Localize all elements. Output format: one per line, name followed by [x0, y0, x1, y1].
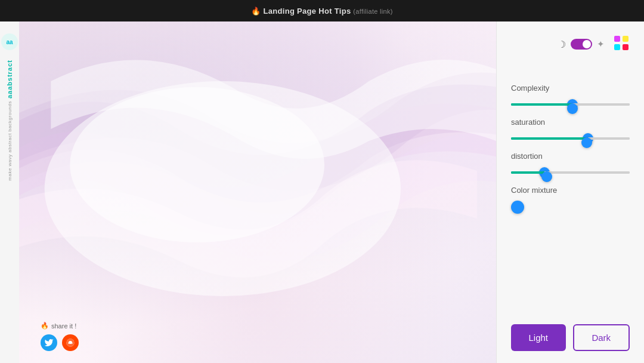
reddit-share-button[interactable] — [62, 334, 79, 351]
topbar: 🔥 Landing Page Hot Tips (affiliate link) — [0, 0, 644, 21]
svg-rect-3 — [614, 36, 620, 42]
twitter-share-button[interactable] — [41, 334, 57, 351]
saturation-slider-input[interactable] — [511, 137, 630, 140]
toggle-thumb — [583, 40, 591, 48]
extension-icon[interactable] — [613, 35, 630, 54]
share-text: share it ! — [51, 322, 76, 330]
dark-button[interactable]: Dark — [573, 324, 630, 351]
header-icons: ☽ ✦ — [511, 33, 630, 55]
canvas-area: 🔥 share it ! — [19, 21, 496, 363]
topbar-title: 🔥 Landing Page Hot Tips (affiliate link) — [251, 7, 392, 16]
distortion-control: distortion — [511, 152, 630, 179]
share-section: 🔥 share it ! — [41, 322, 79, 351]
light-button[interactable]: Light — [511, 324, 566, 351]
share-label: 🔥 share it ! — [41, 322, 79, 330]
complexity-label: Complexity — [511, 84, 630, 93]
canvas-preview — [19, 21, 496, 363]
sun-icon: ✦ — [597, 39, 605, 50]
saturation-slider-track — [511, 137, 630, 140]
toggle-track[interactable] — [571, 39, 592, 50]
distortion-slider-input[interactable] — [511, 171, 630, 174]
sidebar-logo: aa — [1, 33, 18, 50]
saturation-control: saturation — [511, 118, 630, 144]
topbar-main-title: Landing Page Hot Tips — [264, 7, 351, 16]
color-mixture-dot[interactable] — [511, 201, 524, 214]
sidebar-subtitle: make wavy abstract backgrounds — [7, 101, 13, 181]
bottom-buttons: Light Dark — [511, 315, 630, 351]
share-icons — [41, 334, 79, 351]
complexity-slider-track — [511, 103, 630, 106]
main-layout: aa aaabstract make wavy abstract backgro… — [0, 21, 644, 363]
saturation-slider-container — [511, 133, 630, 144]
controls-area: Complexity saturation — [511, 84, 630, 315]
share-fire-icon: 🔥 — [41, 322, 49, 330]
svg-point-1 — [70, 87, 324, 242]
complexity-control: Complexity — [511, 84, 630, 110]
saturation-label: saturation — [511, 118, 630, 127]
sidebar-brand-text: aaabstract — [7, 60, 13, 99]
color-mixture-control: Color mixture — [511, 186, 630, 214]
distortion-slider-track — [511, 171, 630, 174]
topbar-affiliate: (affiliate link) — [353, 8, 392, 15]
distortion-slider-container — [511, 167, 630, 179]
svg-rect-5 — [623, 36, 628, 42]
color-mixture-label: Color mixture — [511, 186, 630, 195]
sidebar: aa aaabstract make wavy abstract backgro… — [0, 21, 19, 363]
svg-rect-6 — [623, 44, 628, 50]
distortion-label: distortion — [511, 152, 630, 161]
complexity-slider-input[interactable] — [511, 103, 630, 106]
complexity-slider-container — [511, 99, 630, 110]
right-panel: ☽ ✦ Complexity — [496, 21, 644, 363]
fire-emoji: 🔥 — [251, 7, 261, 16]
brand-container: aaabstract make wavy abstract background… — [7, 60, 13, 181]
svg-rect-4 — [614, 44, 620, 50]
moon-icon: ☽ — [558, 39, 566, 50]
wave-svg — [19, 21, 496, 363]
theme-toggle[interactable] — [571, 39, 592, 50]
